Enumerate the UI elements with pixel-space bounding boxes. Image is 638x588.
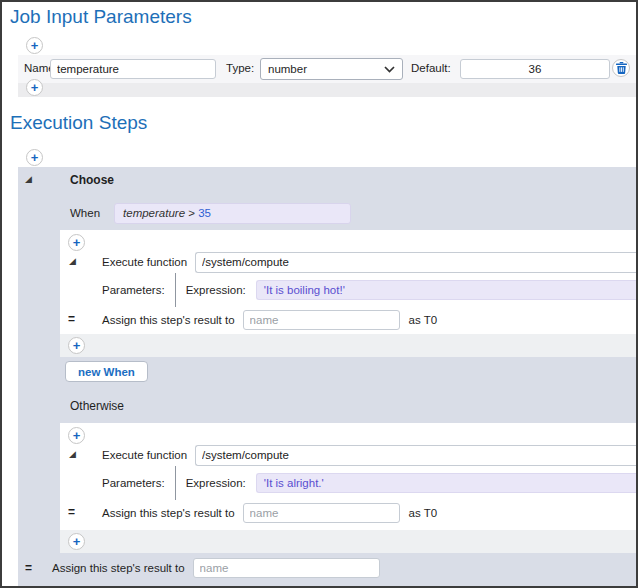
choose-step-block: ◢ Choose When temperature > 35 + ◢ Execu… — [18, 167, 636, 586]
expression-input[interactable] — [256, 473, 636, 493]
add-parameter-button[interactable]: + — [26, 37, 43, 54]
type-label: Type: — [226, 62, 254, 74]
collapse-step-icon[interactable]: ◢ — [69, 257, 76, 266]
parameter-default-input[interactable] — [460, 59, 610, 79]
when-label: When — [70, 207, 100, 219]
add-parameter-button-bottom[interactable]: + — [26, 79, 43, 96]
parameter-row: Name: Type: number Default: — [18, 55, 636, 83]
parameters-row: Parameters: Expression: — [102, 276, 636, 304]
choose-assign-result-label: Assign this step's result to — [52, 562, 185, 574]
condition-value: 35 — [198, 207, 211, 219]
flowforce-job-configuration-page: Job Input Parameters + Name: Type: numbe… — [0, 0, 638, 588]
result-name-input[interactable] — [243, 503, 400, 523]
otherwise-branch-panel: + ◢ Execute function Parameters: Express… — [60, 423, 636, 553]
parameters-divider — [175, 466, 176, 500]
execute-function-label: Execute function — [102, 449, 187, 461]
parameters-label: Parameters: — [102, 284, 165, 296]
condition-operator: > — [185, 207, 198, 219]
assign-result-row: Assign this step's result to as T0 — [102, 309, 636, 331]
otherwise-label: Otherwise — [70, 399, 124, 413]
chevron-down-icon — [384, 66, 395, 73]
assign-equals-icon: = — [68, 312, 75, 326]
execute-function-row: Execute function — [102, 444, 636, 466]
add-substep-button-bottom[interactable]: + — [68, 337, 85, 354]
choose-result-name-input[interactable] — [193, 558, 380, 578]
assign-result-label: Assign this step's result to — [102, 507, 235, 519]
parameters-label: Parameters: — [102, 477, 165, 489]
when-branch-panel: + ◢ Execute function Parameters: Express… — [60, 230, 636, 357]
branch-footer: + — [60, 530, 636, 553]
add-substep-button[interactable]: + — [68, 427, 85, 444]
delete-parameter-button[interactable] — [612, 59, 630, 77]
when-condition-input[interactable]: temperature > 35 — [114, 203, 351, 224]
parameters-divider — [175, 273, 176, 307]
result-name-input[interactable] — [243, 310, 400, 330]
assign-result-row: Assign this step's result to as T0 — [102, 502, 636, 524]
default-label: Default: — [411, 62, 451, 74]
type-select-value: number — [268, 63, 307, 75]
result-type-label: as T0 — [409, 507, 438, 519]
collapse-step-icon[interactable]: ◢ — [69, 450, 76, 459]
parameter-name-input[interactable] — [50, 59, 216, 79]
new-when-button[interactable]: new When — [65, 361, 148, 382]
result-type-label: as T0 — [409, 314, 438, 326]
parameter-list-footer — [18, 83, 636, 97]
add-substep-button[interactable]: + — [68, 234, 85, 251]
assign-result-label: Assign this step's result to — [102, 314, 235, 326]
function-path-input[interactable] — [195, 445, 636, 466]
collapse-choose-icon[interactable]: ◢ — [25, 175, 32, 184]
expression-input[interactable] — [256, 280, 636, 300]
execution-steps-title: Execution Steps — [10, 112, 147, 134]
choose-result-row: Assign this step's result to — [52, 557, 628, 579]
condition-variable: temperature — [123, 207, 185, 219]
when-condition-row: When temperature > 35 — [70, 202, 351, 224]
add-step-button[interactable]: + — [26, 149, 43, 166]
choose-header: Choose — [70, 173, 114, 187]
parameters-row: Parameters: Expression: — [102, 469, 636, 497]
add-substep-button-bottom[interactable]: + — [68, 533, 85, 550]
execute-function-label: Execute function — [102, 256, 187, 268]
type-select[interactable]: number — [260, 58, 403, 80]
branch-footer: + — [60, 334, 636, 357]
assign-equals-icon: = — [68, 505, 75, 519]
function-path-input[interactable] — [195, 252, 636, 273]
expression-label: Expression: — [186, 477, 246, 489]
trash-icon — [616, 62, 627, 74]
expression-label: Expression: — [186, 284, 246, 296]
job-input-parameters-title: Job Input Parameters — [10, 6, 192, 28]
execute-function-row: Execute function — [102, 251, 636, 273]
choose-result-equals-icon: = — [25, 561, 32, 575]
